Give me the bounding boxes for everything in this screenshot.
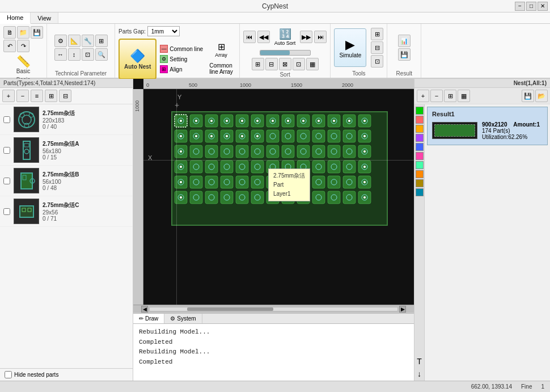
- array-button[interactable]: ⊞ Array: [212, 40, 230, 58]
- redo-button[interactable]: ↷: [17, 40, 29, 52]
- align-button[interactable]: ⊞ Align: [160, 65, 203, 73]
- scroll-right-button[interactable]: ▶: [399, 306, 406, 313]
- list-item[interactable]: 2.75mm杂活A 56x180 0 / 15: [0, 135, 133, 166]
- auto-nest-button[interactable]: 🔷 Auto Nest: [119, 39, 156, 79]
- basic-tools: 🗎 📁 💾 ↶ ↷ 📏 Basic: [3, 26, 43, 75]
- tech-tool-1[interactable]: ⚙: [54, 35, 67, 47]
- sort-prev2-button[interactable]: ◀◀: [257, 31, 270, 43]
- tech-tool-8[interactable]: 🔍: [95, 48, 108, 61]
- hide-nested-checkbox[interactable]: [5, 371, 12, 378]
- parts-view2-button[interactable]: ⊞: [45, 90, 57, 102]
- rp-add-button[interactable]: +: [417, 90, 429, 102]
- svg-rect-149: [205, 191, 218, 204]
- tech-tool-4[interactable]: ⊞: [95, 35, 108, 47]
- part-checkbox-2[interactable]: [3, 147, 10, 154]
- sort-slider[interactable]: [260, 50, 311, 56]
- svg-rect-75: [236, 145, 248, 158]
- color-swatch-pink[interactable]: [416, 152, 424, 160]
- rp-open-button[interactable]: 📂: [535, 90, 548, 102]
- scrollbar-horizontal[interactable]: ◀ ▶: [133, 305, 414, 313]
- parts-remove-button[interactable]: −: [16, 90, 29, 102]
- ribbon-tab-view[interactable]: View: [31, 12, 58, 23]
- scroll-track-h[interactable]: [149, 307, 398, 311]
- scroll-thumb-h[interactable]: [187, 307, 274, 311]
- open-button[interactable]: 📁: [17, 26, 29, 39]
- color-arrow-button[interactable]: ↓: [416, 369, 423, 378]
- console-line-3: Rebuilding Model...: [139, 347, 408, 357]
- parts-add-button[interactable]: +: [2, 90, 15, 102]
- svg-rect-125: [221, 176, 233, 188]
- sort-next-button[interactable]: ⏭: [314, 31, 327, 43]
- svg-point-182: [333, 120, 335, 122]
- simulate-button[interactable]: ▶ Simulate: [334, 28, 366, 67]
- svg-rect-111: [312, 161, 325, 173]
- measure-button[interactable]: 📏 Basic: [3, 53, 43, 75]
- tech-tool-3[interactable]: 🔧: [82, 35, 94, 47]
- tools-extra-2[interactable]: ⊟: [371, 41, 383, 54]
- sort-tool-1[interactable]: ⊞: [252, 58, 264, 70]
- common-line-button[interactable]: — Common line: [160, 45, 203, 53]
- tech-tool-2[interactable]: 📐: [68, 35, 81, 47]
- common-line-array-button[interactable]: Commonline Array: [206, 60, 236, 78]
- result-tool-2[interactable]: 💾: [398, 48, 411, 61]
- part-checkbox-3[interactable]: [3, 178, 10, 184]
- tech-tool-7[interactable]: ⊡: [82, 48, 94, 61]
- sort-tool-3[interactable]: ⊠: [279, 58, 291, 70]
- maximize-button[interactable]: □: [526, 2, 536, 11]
- rp-grid2-button[interactable]: ▦: [458, 90, 470, 102]
- color-swatch-darkorange[interactable]: [416, 170, 424, 178]
- auto-sort-button[interactable]: 🔢 Auto Sort: [272, 26, 299, 48]
- color-swatch-teal[interactable]: [416, 161, 424, 169]
- sort-group-label: Sort: [280, 71, 290, 78]
- close-button[interactable]: ✕: [538, 2, 548, 11]
- tab-draw[interactable]: ✏ Draw: [133, 314, 164, 323]
- color-swatch-orange[interactable]: [416, 125, 424, 133]
- color-swatch-blue[interactable]: [416, 143, 424, 151]
- scroll-left-button[interactable]: ◀: [141, 306, 148, 313]
- color-swatch-cyan[interactable]: [416, 188, 424, 196]
- color-swatch-purple[interactable]: [416, 134, 424, 142]
- svg-rect-97: [205, 161, 218, 173]
- sort-tool-2[interactable]: ⊟: [265, 58, 278, 70]
- rp-minus-button[interactable]: −: [430, 90, 443, 102]
- sort-tool-4[interactable]: ⊡: [293, 58, 305, 70]
- ribbon-content: 🗎 📁 💾 ↶ ↷ 📏 Basic Basic: [0, 24, 550, 78]
- svg-point-186: [195, 135, 197, 137]
- setting-button[interactable]: ⚙ Setting: [160, 55, 203, 63]
- parts-view3-button[interactable]: ⊟: [59, 90, 71, 102]
- color-swatch-green[interactable]: [416, 107, 424, 115]
- tools-extra-3[interactable]: ⊡: [371, 55, 383, 68]
- sort-next2-button[interactable]: ▶▶: [300, 31, 312, 43]
- sort-tool-5[interactable]: ▦: [306, 58, 319, 70]
- rp-grid1-button[interactable]: ⊞: [444, 90, 456, 102]
- minimize-button[interactable]: −: [515, 2, 525, 11]
- list-item[interactable]: 2.75mm杂活C 29x56 0 / 71: [0, 196, 133, 227]
- color-swatch-red[interactable]: [416, 116, 424, 124]
- parts-gap-select[interactable]: 1mm2mm0.5mm: [147, 26, 180, 36]
- tools-extra-1[interactable]: ⊞: [371, 28, 383, 40]
- color-text-button[interactable]: T: [416, 357, 423, 366]
- tech-tool-6[interactable]: ↕: [68, 48, 81, 61]
- list-item[interactable]: 2.75mm杂活B 56x100 0 / 48: [0, 166, 133, 196]
- undo-button[interactable]: ↶: [3, 40, 16, 52]
- rp-save-button[interactable]: 💾: [522, 90, 534, 102]
- tech-tool-5[interactable]: ↔: [54, 48, 67, 61]
- ribbon-tab-home[interactable]: Home: [0, 12, 31, 24]
- part-checkbox-1[interactable]: [3, 116, 10, 123]
- color-swatch-brown[interactable]: [416, 179, 424, 187]
- svg-rect-73: [221, 145, 233, 158]
- sort-prev-button[interactable]: ⏮: [243, 31, 256, 43]
- new-button[interactable]: 🗎: [3, 26, 16, 39]
- result-item-1[interactable]: Result1 900x2120 Amount:1 174 Part(s): [427, 107, 548, 145]
- parts-view1-button[interactable]: ≡: [31, 90, 43, 102]
- save-button[interactable]: 💾: [31, 26, 43, 39]
- part-checkbox-4[interactable]: [3, 208, 10, 215]
- axis-x-label: X: [148, 154, 152, 161]
- svg-point-184: [363, 120, 366, 122]
- canvas-viewport[interactable]: Y X +: [143, 89, 414, 305]
- result-tool-1[interactable]: 📊: [398, 35, 411, 47]
- list-item[interactable]: 2.75mm杂活 220x183 0 / 40: [0, 104, 133, 135]
- hide-nested-label[interactable]: Hide nested parts: [14, 372, 58, 378]
- console-output: Rebuilding Model... Completed Rebuilding…: [133, 324, 414, 381]
- tab-system[interactable]: ⚙ System: [164, 314, 202, 323]
